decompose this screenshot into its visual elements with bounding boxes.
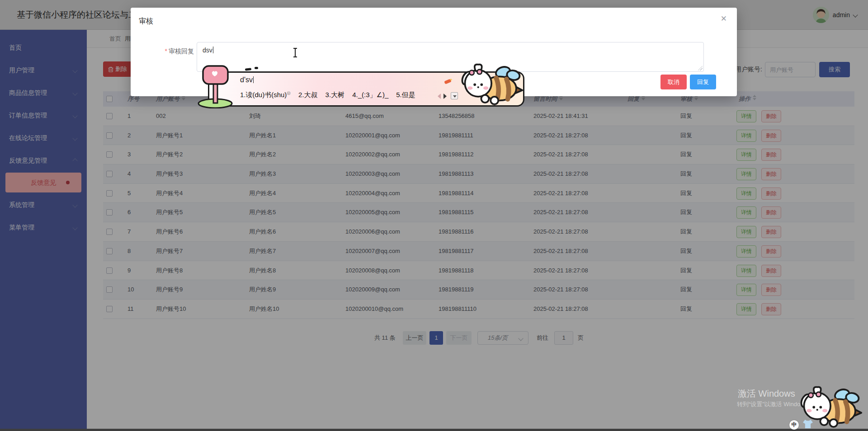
text-caret	[213, 47, 214, 53]
ime-candidate[interactable]: 3.大树	[326, 91, 345, 98]
dialog-title: 审核	[139, 17, 153, 26]
review-reply-label: *审核回复	[149, 47, 194, 56]
ime-candidate[interactable]: 2.大叔	[298, 91, 318, 98]
ime-cloud-mark-icon: ◎	[287, 90, 291, 95]
close-icon[interactable]: ✕	[721, 15, 727, 23]
ime-dropdown-button[interactable]	[451, 92, 458, 99]
review-reply-textarea[interactable]: dsv	[197, 42, 704, 72]
ime-candidate[interactable]: 4._(:3」∠)_	[352, 91, 388, 98]
resize-grip-icon[interactable]	[698, 66, 703, 70]
windows-activate-watermark: 激活 Windows	[738, 388, 795, 400]
screen: 基于微信小程序的社区论坛与二 admin 首页用户管理商品信息管理订单信息管理在…	[0, 0, 868, 431]
ime-language-indicator[interactable]: 中	[789, 420, 799, 430]
ime-candidate[interactable]: 5.但是	[396, 91, 415, 98]
ime-caret	[253, 76, 254, 83]
bee-dog-sticker	[460, 61, 524, 107]
confirm-reply-button[interactable]: 回复	[690, 75, 716, 89]
ime-next-page-icon[interactable]	[443, 94, 447, 99]
ime-tool-icon[interactable]	[444, 78, 453, 84]
required-asterisk: *	[165, 47, 167, 55]
screen-bottom-edge	[0, 429, 868, 431]
mailbox-sticker	[197, 63, 234, 108]
text-cursor-ibeam	[295, 49, 296, 56]
ime-deco-dash	[255, 67, 258, 69]
cancel-button[interactable]: 取消	[660, 75, 687, 89]
ime-prev-page-icon[interactable]	[438, 94, 441, 99]
ime-candidate-list: 1.读(du)书(shu)◎2.大叔3.大树4._(:3」∠)_5.但是	[240, 90, 423, 99]
ime-candidate[interactable]: 1.读(du)书(shu)◎	[240, 91, 291, 98]
ime-composition: d'sv	[240, 76, 254, 84]
textarea-value: dsv	[203, 47, 212, 54]
